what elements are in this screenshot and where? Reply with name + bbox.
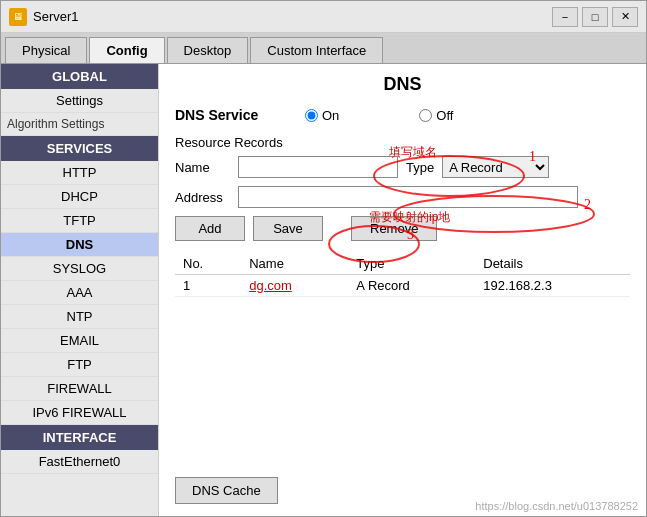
app-window: 🖥 Server1 − □ ✕ Physical Config Desktop … bbox=[0, 0, 647, 517]
add-button[interactable]: Add bbox=[175, 216, 245, 241]
cell-details: 192.168.2.3 bbox=[475, 275, 630, 297]
sidebar-item-tftp[interactable]: TFTP bbox=[1, 209, 158, 233]
sidebar: GLOBAL Settings Algorithm Settings SERVI… bbox=[1, 64, 159, 516]
maximize-button[interactable]: □ bbox=[582, 7, 608, 27]
address-input[interactable] bbox=[238, 186, 578, 208]
records-table: No. Name Type Details 1 dg.com A Record … bbox=[175, 253, 630, 297]
address-label: Address bbox=[175, 190, 230, 205]
sidebar-item-email[interactable]: EMAIL bbox=[1, 329, 158, 353]
sidebar-item-dns[interactable]: DNS bbox=[1, 233, 158, 257]
content-area: GLOBAL Settings Algorithm Settings SERVI… bbox=[1, 64, 646, 516]
app-icon: 🖥 bbox=[9, 8, 27, 26]
tab-custom-interface[interactable]: Custom Interface bbox=[250, 37, 383, 63]
minimize-button[interactable]: − bbox=[552, 7, 578, 27]
address-row: Address bbox=[175, 186, 630, 208]
panel-title: DNS bbox=[175, 74, 630, 95]
sidebar-item-http[interactable]: HTTP bbox=[1, 161, 158, 185]
radio-on-group[interactable]: On bbox=[305, 108, 339, 123]
main-panel: DNS DNS Service On Off Resource Records … bbox=[159, 64, 646, 516]
cell-type: A Record bbox=[348, 275, 475, 297]
sidebar-item-firewall[interactable]: FIREWALL bbox=[1, 377, 158, 401]
watermark: https://blog.csdn.net/u013788252 bbox=[475, 500, 638, 512]
type-label: Type bbox=[406, 160, 434, 175]
sidebar-item-syslog[interactable]: SYSLOG bbox=[1, 257, 158, 281]
window-title: Server1 bbox=[33, 9, 79, 24]
col-name: Name bbox=[241, 253, 348, 275]
sidebar-item-dhcp[interactable]: DHCP bbox=[1, 185, 158, 209]
col-no: No. bbox=[175, 253, 241, 275]
radio-off-label: Off bbox=[436, 108, 453, 123]
col-details: Details bbox=[475, 253, 630, 275]
sidebar-item-ipv6-firewall[interactable]: IPv6 FIREWALL bbox=[1, 401, 158, 425]
sidebar-header-interface: INTERFACE bbox=[1, 425, 158, 450]
radio-on-label: On bbox=[322, 108, 339, 123]
annotation-ip-mapping: 需要映射的ip地 bbox=[369, 209, 450, 226]
dns-cache-button[interactable]: DNS Cache bbox=[175, 477, 278, 504]
sidebar-item-ftp[interactable]: FTP bbox=[1, 353, 158, 377]
save-button[interactable]: Save bbox=[253, 216, 323, 241]
dns-service-label: DNS Service bbox=[175, 107, 285, 123]
radio-off[interactable] bbox=[419, 109, 432, 122]
radio-on[interactable] bbox=[305, 109, 318, 122]
sidebar-header-global: GLOBAL bbox=[1, 64, 158, 89]
cell-name: dg.com bbox=[241, 275, 348, 297]
name-input[interactable] bbox=[238, 156, 398, 178]
table-row[interactable]: 1 dg.com A Record 192.168.2.3 bbox=[175, 275, 630, 297]
dns-service-row: DNS Service On Off bbox=[175, 107, 630, 123]
sidebar-header-services: SERVICES bbox=[1, 136, 158, 161]
name-label: Name bbox=[175, 160, 230, 175]
tab-config[interactable]: Config bbox=[89, 37, 164, 63]
radio-off-group[interactable]: Off bbox=[419, 108, 453, 123]
sidebar-item-fastethernet0[interactable]: FastEthernet0 bbox=[1, 450, 158, 474]
cell-no: 1 bbox=[175, 275, 241, 297]
col-type: Type bbox=[348, 253, 475, 275]
sidebar-item-aaa[interactable]: AAA bbox=[1, 281, 158, 305]
tab-desktop[interactable]: Desktop bbox=[167, 37, 249, 63]
type-select[interactable]: A Record AAAA Record CNAME NS bbox=[442, 156, 549, 178]
sidebar-item-algorithm-settings[interactable]: Algorithm Settings bbox=[1, 113, 158, 136]
sidebar-item-ntp[interactable]: NTP bbox=[1, 305, 158, 329]
tab-bar: Physical Config Desktop Custom Interface bbox=[1, 33, 646, 64]
window-controls: − □ ✕ bbox=[552, 7, 638, 27]
close-button[interactable]: ✕ bbox=[612, 7, 638, 27]
title-bar: 🖥 Server1 − □ ✕ bbox=[1, 1, 646, 33]
annotation-fill-domain: 填写域名 bbox=[389, 144, 437, 161]
tab-physical[interactable]: Physical bbox=[5, 37, 87, 63]
title-bar-left: 🖥 Server1 bbox=[9, 8, 79, 26]
sidebar-item-settings[interactable]: Settings bbox=[1, 89, 158, 113]
